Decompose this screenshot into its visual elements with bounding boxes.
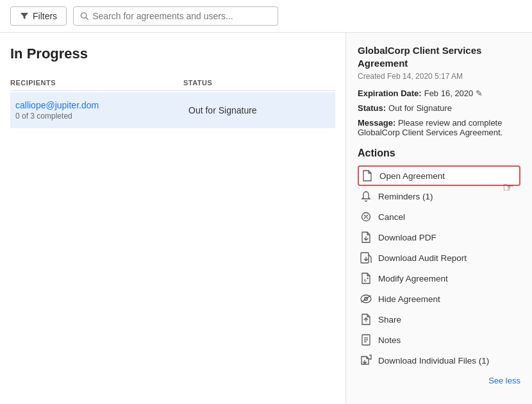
- svg-rect-3: [361, 253, 369, 263]
- hide-agreement-label: Hide Agreement: [378, 294, 440, 304]
- cancel-label: Cancel: [378, 212, 405, 222]
- filter-button[interactable]: Filters: [10, 6, 67, 26]
- message-label: Message:: [358, 118, 395, 128]
- action-item-open-agreement[interactable]: Open Agreement☞: [358, 165, 520, 186]
- message-row: Message: Please review and complete Glob…: [358, 118, 520, 137]
- download-pdf-icon: [360, 231, 372, 243]
- filter-label: Filters: [33, 11, 57, 21]
- action-item-download-audit[interactable]: Download Audit Report: [358, 248, 520, 268]
- actions-list: Open Agreement☞Reminders (1)CancelDownlo…: [358, 165, 520, 371]
- action-item-download-individual[interactable]: Download Individual Files (1): [358, 350, 520, 371]
- notes-icon: [360, 334, 372, 346]
- expiration-label: Expiration Date:: [358, 88, 422, 98]
- search-input[interactable]: [92, 11, 271, 21]
- download-individual-icon: [360, 355, 372, 366]
- open-agreement-label: Open Agreement: [379, 171, 445, 181]
- recipient-count: 0 of 3 completed: [15, 112, 188, 121]
- status-row: Status: Out for Signature: [358, 103, 520, 113]
- action-item-modify-agreement[interactable]: Modify Agreement: [358, 268, 520, 289]
- reminders-label: Reminders (1): [378, 192, 433, 201]
- search-box: [73, 6, 278, 26]
- page-title: In Progress: [10, 46, 335, 62]
- see-less-button[interactable]: See less: [358, 371, 520, 388]
- toolbar: Filters: [0, 0, 532, 33]
- status-label: Status:: [358, 103, 386, 113]
- recipient-email: calliope@jupiter.dom: [15, 100, 188, 110]
- table-header: RECIPIENTS STATUS: [10, 75, 335, 91]
- open-agreement-icon: [362, 170, 373, 181]
- notes-label: Notes: [378, 335, 401, 345]
- download-individual-label: Download Individual Files (1): [378, 356, 489, 366]
- download-audit-icon: [360, 252, 372, 264]
- action-item-hide-agreement[interactable]: Hide Agreement: [358, 289, 520, 309]
- search-icon: [80, 12, 88, 21]
- expiration-row: Expiration Date: Feb 16, 2020 ✎: [358, 88, 520, 98]
- created-date: Created Feb 14, 2020 5:17 AM: [358, 72, 520, 81]
- action-item-cancel[interactable]: Cancel: [358, 206, 520, 227]
- col-status-header: STATUS: [183, 79, 335, 87]
- right-panel: GlobalCorp Client Services Agreement Cre…: [346, 33, 532, 404]
- filter-icon: [20, 12, 29, 21]
- action-item-reminders[interactable]: Reminders (1): [358, 186, 520, 206]
- share-label: Share: [378, 315, 401, 324]
- svg-line-1: [86, 17, 88, 19]
- action-item-share[interactable]: Share: [358, 309, 520, 330]
- edit-expiration-icon[interactable]: ✎: [476, 88, 483, 98]
- actions-title: Actions: [358, 147, 520, 159]
- action-item-notes[interactable]: Notes: [358, 330, 520, 350]
- modify-agreement-icon: [360, 273, 372, 284]
- table-row[interactable]: calliope@jupiter.dom 0 of 3 completed Ou…: [10, 92, 335, 128]
- modify-agreement-label: Modify Agreement: [378, 274, 448, 283]
- col-recipients-header: RECIPIENTS: [10, 79, 183, 87]
- share-icon: [360, 314, 372, 325]
- reminders-icon: [360, 190, 372, 202]
- agreement-title: GlobalCorp Client Services Agreement: [358, 44, 520, 69]
- status-value: Out for Signature: [388, 103, 452, 113]
- download-audit-label: Download Audit Report: [378, 253, 467, 263]
- recipient-status: Out for Signature: [188, 105, 330, 115]
- recipient-info: calliope@jupiter.dom 0 of 3 completed: [15, 100, 188, 121]
- cancel-icon: [360, 211, 372, 223]
- left-panel: In Progress RECIPIENTS STATUS calliope@j…: [0, 33, 346, 404]
- hide-agreement-icon: [360, 293, 372, 305]
- expiration-value: Feb 16, 2020: [424, 88, 474, 98]
- action-item-download-pdf[interactable]: Download PDF: [358, 227, 520, 248]
- main-layout: In Progress RECIPIENTS STATUS calliope@j…: [0, 33, 532, 404]
- download-pdf-label: Download PDF: [378, 233, 436, 242]
